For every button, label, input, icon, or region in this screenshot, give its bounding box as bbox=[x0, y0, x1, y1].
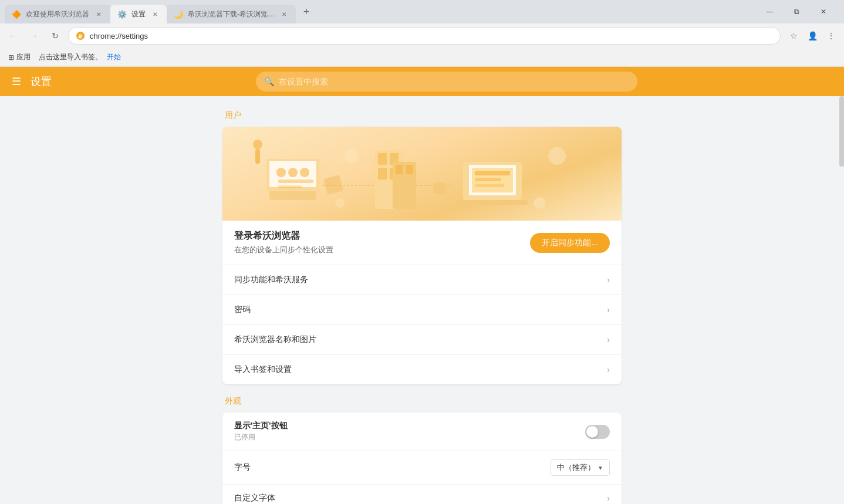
scrollbar-track[interactable] bbox=[839, 96, 844, 504]
login-title: 登录希沃浏览器 bbox=[234, 230, 333, 242]
tab-welcome-close[interactable]: ✕ bbox=[94, 9, 103, 19]
browser-name-arrow-icon: › bbox=[607, 335, 610, 344]
settings-search-bar[interactable]: 🔍 bbox=[256, 72, 637, 92]
tab-download-title: 希沃浏览器下载-希沃浏览器官方... bbox=[188, 9, 275, 19]
maximize-button[interactable]: ⧉ bbox=[783, 2, 810, 21]
home-button-text: 显示'主页'按钮 已停用 bbox=[234, 421, 288, 442]
svg-point-9 bbox=[300, 168, 309, 177]
search-input[interactable] bbox=[279, 77, 629, 86]
address-bar-row: ← → ↻ 希 chrome://settings ☆ 👤 ⋮ bbox=[0, 23, 844, 48]
svg-point-7 bbox=[276, 168, 286, 177]
svg-point-33 bbox=[345, 149, 359, 163]
close-button[interactable]: ✕ bbox=[810, 2, 837, 21]
settings-content: 用户 bbox=[0, 96, 844, 504]
menu-button[interactable]: ⋮ bbox=[823, 28, 839, 44]
bookmark-star-button[interactable]: ☆ bbox=[785, 28, 802, 44]
svg-rect-20 bbox=[406, 165, 413, 174]
forward-button[interactable]: → bbox=[26, 28, 42, 44]
sync-button[interactable]: 开启同步功能... bbox=[530, 233, 610, 253]
settings-header: ☰ 设置 🔍 bbox=[0, 67, 844, 96]
apps-bookmark[interactable]: ⊞ 应用 bbox=[5, 51, 34, 63]
tab-settings[interactable]: ⚙️ 设置 ✕ bbox=[110, 5, 167, 23]
svg-rect-16 bbox=[378, 168, 387, 180]
custom-font-row[interactable]: 自定义字体 › bbox=[222, 484, 622, 504]
import-link[interactable]: 开始 bbox=[107, 52, 121, 62]
svg-rect-10 bbox=[278, 180, 313, 183]
login-section: 登录希沃浏览器 在您的设备上同步个性化设置 开启同步功能... bbox=[222, 221, 622, 265]
svg-rect-19 bbox=[396, 165, 403, 174]
user-card: 登录希沃浏览器 在您的设备上同步个性化设置 开启同步功能... 同步功能和希沃服… bbox=[222, 127, 622, 384]
svg-point-34 bbox=[335, 198, 345, 208]
svg-point-32 bbox=[534, 197, 545, 209]
browser-name-label: 希沃浏览器名称和图片 bbox=[234, 334, 316, 345]
svg-rect-23 bbox=[434, 182, 445, 194]
svg-rect-11 bbox=[278, 185, 302, 188]
tab-settings-close[interactable]: ✕ bbox=[150, 9, 160, 19]
settings-main: 用户 bbox=[222, 110, 622, 490]
custom-font-label: 自定义字体 bbox=[234, 493, 275, 503]
appearance-card: 显示'主页'按钮 已停用 字号 中（推荐） ▼ 自定义字体 › bbox=[222, 412, 622, 504]
password-arrow-icon: › bbox=[607, 305, 610, 314]
tab-settings-icon: ⚙️ bbox=[117, 10, 127, 19]
search-icon: 🔍 bbox=[264, 77, 274, 86]
password-label: 密码 bbox=[234, 305, 251, 315]
import-text: 点击这里导入书签。 bbox=[39, 52, 102, 62]
toggle-knob bbox=[586, 426, 598, 438]
svg-rect-27 bbox=[457, 200, 528, 205]
password-item[interactable]: 密码 › bbox=[222, 295, 622, 324]
svg-rect-29 bbox=[475, 178, 501, 181]
home-button-label: 显示'主页'按钮 bbox=[234, 421, 288, 431]
svg-text:希: 希 bbox=[77, 34, 83, 39]
home-button-row: 显示'主页'按钮 已停用 bbox=[222, 412, 622, 451]
sync-services-item[interactable]: 同步功能和希沃服务 › bbox=[222, 265, 622, 295]
menu-hamburger-icon[interactable]: ☰ bbox=[12, 75, 21, 88]
font-size-label: 字号 bbox=[234, 462, 251, 473]
minimize-button[interactable]: — bbox=[756, 2, 783, 21]
sync-services-arrow-icon: › bbox=[607, 275, 610, 285]
svg-rect-28 bbox=[475, 171, 510, 175]
home-button-status: 已停用 bbox=[234, 432, 288, 442]
svg-point-8 bbox=[288, 168, 298, 177]
svg-rect-12 bbox=[323, 175, 343, 195]
appearance-section-title: 外观 bbox=[222, 396, 622, 407]
title-bar: 🔶 欢迎使用希沃浏览器 ✕ ⚙️ 设置 ✕ 🌙 希沃浏览器下载-希沃浏览器官方.… bbox=[0, 0, 844, 23]
tab-download[interactable]: 🌙 希沃浏览器下载-希沃浏览器官方... ✕ bbox=[167, 5, 296, 23]
browser-logo-icon: 希 bbox=[76, 31, 85, 40]
scrollbar-thumb[interactable] bbox=[839, 96, 844, 167]
tab-welcome-title: 欢迎使用希沃浏览器 bbox=[26, 9, 89, 19]
browser-name-item[interactable]: 希沃浏览器名称和图片 › bbox=[222, 324, 622, 354]
window-controls: — ⧉ ✕ bbox=[756, 2, 839, 21]
address-text: chrome://settings bbox=[90, 32, 773, 40]
import-bookmarks-label: 导入书签和设置 bbox=[234, 364, 292, 375]
login-subtitle: 在您的设备上同步个性化设置 bbox=[234, 245, 333, 255]
tab-welcome[interactable]: 🔶 欢迎使用希沃浏览器 ✕ bbox=[5, 5, 110, 23]
toolbar-actions: ☆ 👤 ⋮ bbox=[785, 28, 839, 44]
banner-illustration bbox=[234, 127, 610, 221]
address-bar[interactable]: 希 chrome://settings bbox=[68, 27, 781, 45]
tab-settings-title: 设置 bbox=[131, 9, 146, 19]
bookmarks-bar: ⊞ 应用 点击这里导入书签。 开始 bbox=[0, 48, 844, 67]
font-size-value: 中（推荐） bbox=[557, 462, 595, 473]
svg-rect-30 bbox=[475, 184, 504, 187]
user-banner bbox=[222, 127, 622, 221]
settings-page-title: 设置 bbox=[31, 75, 52, 89]
apps-label: 应用 bbox=[16, 52, 31, 62]
select-arrow-icon: ▼ bbox=[597, 465, 603, 471]
font-size-select[interactable]: 中（推荐） ▼ bbox=[551, 459, 610, 476]
import-bookmarks-item[interactable]: 导入书签和设置 › bbox=[222, 354, 622, 384]
apps-grid-icon: ⊞ bbox=[8, 53, 14, 62]
font-size-row: 字号 中（推荐） ▼ bbox=[222, 451, 622, 484]
back-button[interactable]: ← bbox=[5, 28, 21, 44]
svg-point-31 bbox=[548, 147, 566, 165]
custom-font-arrow-icon: › bbox=[607, 493, 610, 503]
sync-services-label: 同步功能和希沃服务 bbox=[234, 275, 308, 285]
tab-welcome-icon: 🔶 bbox=[12, 10, 21, 19]
svg-rect-14 bbox=[378, 153, 387, 165]
new-tab-button[interactable]: + bbox=[298, 4, 315, 20]
user-section-title: 用户 bbox=[222, 110, 622, 121]
reload-button[interactable]: ↻ bbox=[47, 28, 63, 44]
tab-download-close[interactable]: ✕ bbox=[279, 9, 289, 19]
user-account-button[interactable]: 👤 bbox=[804, 28, 821, 44]
home-button-toggle[interactable] bbox=[585, 425, 610, 439]
svg-point-5 bbox=[253, 140, 262, 149]
